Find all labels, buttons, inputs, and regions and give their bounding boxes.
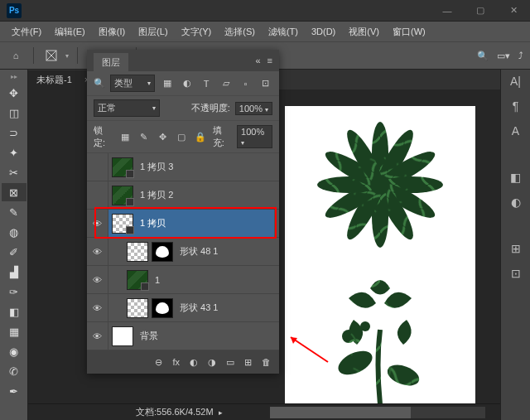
move-tool[interactable]: ✥ <box>2 84 26 102</box>
filter-shape-icon[interactable]: ▱ <box>219 77 234 90</box>
opacity-value[interactable]: 100% ▾ <box>235 102 272 115</box>
tool-preset-icon[interactable] <box>42 46 60 65</box>
visibility-toggle[interactable] <box>87 181 108 210</box>
layer-mask-thumbnail[interactable] <box>152 298 173 318</box>
menu-filter[interactable]: 滤镜(T) <box>263 24 303 40</box>
lock-label: 锁定: <box>94 124 113 149</box>
pen-tool[interactable]: ✒ <box>2 382 26 400</box>
layer-name: 背景 <box>140 330 158 342</box>
menu-image[interactable]: 图像(I) <box>94 24 130 40</box>
maximize-button[interactable]: ▢ <box>464 0 497 22</box>
lasso-tool[interactable]: ⊃ <box>2 123 26 142</box>
document-canvas[interactable] <box>285 106 475 403</box>
panel-menu-icon[interactable]: ≡ <box>267 56 272 65</box>
fx-icon[interactable]: fx <box>172 357 180 367</box>
layer-thumbnail[interactable] <box>112 157 133 177</box>
layer-row[interactable]: 👁1 <box>87 266 279 294</box>
visibility-toggle[interactable]: 👁 <box>87 210 108 238</box>
layer-row[interactable]: 👁形状 48 1 <box>87 238 279 266</box>
layer-thumbnail[interactable] <box>112 326 133 346</box>
filter-smart-icon[interactable]: ▫ <box>238 77 253 90</box>
character-panel-icon[interactable]: A| <box>508 75 524 88</box>
layer-mask-thumbnail[interactable] <box>152 242 173 262</box>
layer-name: 1 <box>155 275 160 285</box>
share-icon[interactable]: ⤴ <box>518 51 523 60</box>
screenmode-icon[interactable]: ▭▾ <box>497 51 510 61</box>
opacity-label: 不透明度: <box>191 102 230 114</box>
gradient-tool[interactable]: ▦ <box>2 322 26 340</box>
menu-file[interactable]: 文件(F) <box>7 24 46 40</box>
layer-thumbnail[interactable] <box>127 298 148 318</box>
panel-icon-6[interactable]: ⊞ <box>508 242 524 255</box>
adjustment-icon[interactable]: ◑ <box>208 357 216 368</box>
menu-bar: 文件(F) 编辑(E) 图像(I) 图层(L) 文字(Y) 选择(S) 滤镜(T… <box>0 22 530 41</box>
frame-tool[interactable]: ⊠ <box>2 183 26 201</box>
glyphs-panel-icon[interactable]: A <box>508 124 524 138</box>
filter-type-dropdown[interactable]: 类型▾ <box>110 75 155 92</box>
panel-icon-4[interactable]: ◧ <box>508 171 524 184</box>
link-layers-icon[interactable]: ⊖ <box>155 357 162 368</box>
dodge-tool[interactable]: ✆ <box>2 362 26 380</box>
layer-row[interactable]: 👁背景 <box>87 322 279 350</box>
lock-artboard-icon[interactable]: ▢ <box>175 130 189 143</box>
minimize-button[interactable]: — <box>431 0 464 22</box>
visibility-toggle[interactable]: 👁 <box>87 322 108 350</box>
visibility-toggle[interactable] <box>87 153 108 181</box>
lock-all-icon[interactable]: 🔒 <box>194 130 208 143</box>
menu-view[interactable]: 视图(V) <box>344 24 384 40</box>
mask-icon[interactable]: ◐ <box>190 357 198 368</box>
layer-thumbnail[interactable] <box>127 242 148 262</box>
filter-toggle-icon[interactable]: ⊡ <box>258 77 272 90</box>
menu-3d[interactable]: 3D(D) <box>306 25 340 38</box>
layers-panel-title[interactable]: 图层 <box>94 53 128 72</box>
heal-tool[interactable]: ◍ <box>2 223 26 241</box>
layer-thumbnail[interactable] <box>112 214 133 234</box>
visibility-toggle[interactable]: 👁 <box>87 294 108 322</box>
lock-pos-icon[interactable]: ✥ <box>156 130 170 143</box>
new-layer-icon[interactable]: ⊞ <box>244 357 252 368</box>
layer-name: 形状 48 1 <box>180 245 218 258</box>
panel-collapse-icon[interactable]: « <box>255 56 260 65</box>
panel-icon-5[interactable]: ◐ <box>508 196 524 209</box>
menu-select[interactable]: 选择(S) <box>219 24 260 40</box>
filter-pixel-icon[interactable]: ▦ <box>160 77 175 90</box>
history-tool[interactable]: ✑ <box>2 282 26 301</box>
visibility-toggle[interactable]: 👁 <box>87 238 108 266</box>
marquee-tool[interactable]: ◫ <box>2 104 26 122</box>
group-icon[interactable]: ▭ <box>226 357 234 368</box>
lock-paint-icon[interactable]: ✎ <box>137 130 151 143</box>
filter-search-icon[interactable]: 🔍 <box>94 78 105 89</box>
filter-adjust-icon[interactable]: ◐ <box>180 77 195 90</box>
menu-edit[interactable]: 编辑(E) <box>50 24 90 40</box>
layer-row[interactable]: 👁形状 43 1 <box>87 294 279 322</box>
toolbar-grip[interactable]: ▸▸ <box>0 73 27 80</box>
menu-type[interactable]: 文字(Y) <box>176 24 217 40</box>
wand-tool[interactable]: ✦ <box>2 143 26 162</box>
close-button[interactable]: ✕ <box>497 0 530 22</box>
brush-tool[interactable]: ✐ <box>2 243 26 261</box>
crop-tool[interactable]: ✂ <box>2 163 26 181</box>
search-icon[interactable]: 🔍 <box>477 51 489 61</box>
panel-icon-7[interactable]: ⊡ <box>508 267 524 280</box>
app-logo: Ps <box>7 3 22 18</box>
layer-thumbnail[interactable] <box>112 186 133 205</box>
home-icon[interactable]: ⌂ <box>7 46 25 65</box>
visibility-toggle[interactable]: 👁 <box>87 266 108 294</box>
layer-thumbnail[interactable] <box>127 270 148 290</box>
fill-value[interactable]: 100% ▾ <box>237 125 272 148</box>
eyedropper-tool[interactable]: ✎ <box>2 203 26 221</box>
stamp-tool[interactable]: ▟ <box>2 263 26 281</box>
h-scrollbar[interactable] <box>270 407 485 418</box>
layer-row[interactable]: 1 拷贝 3 <box>87 153 279 181</box>
delete-layer-icon[interactable]: 🗑 <box>262 357 271 367</box>
menu-layer[interactable]: 图层(L) <box>133 24 172 40</box>
paragraph-panel-icon[interactable]: ¶ <box>508 99 524 113</box>
blend-mode-dropdown[interactable]: 正常▾ <box>94 99 160 117</box>
blur-tool[interactable]: ◉ <box>2 342 26 360</box>
lock-trans-icon[interactable]: ▦ <box>118 130 132 143</box>
filter-type-icon[interactable]: T <box>199 77 214 90</box>
eraser-tool[interactable]: ◧ <box>2 302 26 321</box>
layer-row[interactable]: 👁1 拷贝 <box>87 210 279 238</box>
menu-window[interactable]: 窗口(W) <box>388 24 431 40</box>
layer-row[interactable]: 1 拷贝 2 <box>87 181 279 210</box>
